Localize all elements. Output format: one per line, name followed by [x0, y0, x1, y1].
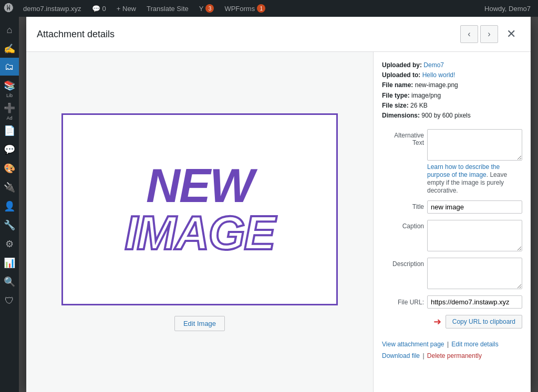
copy-url-button[interactable]: Copy URL to clipboard — [446, 315, 522, 329]
add-icon: ➕ — [0, 99, 19, 117]
comments-count: 0 — [102, 5, 106, 13]
image-new-text: NEW — [146, 162, 253, 209]
yoast-label: Y — [199, 5, 204, 13]
next-attachment-button[interactable]: › — [480, 25, 498, 43]
comments-icon: 💬 — [92, 5, 100, 13]
comments-menu[interactable]: 💬 0 — [89, 0, 109, 17]
analytics-icon: 📊 — [0, 254, 19, 272]
dimensions-row: Dimensions: 900 by 600 pixels — [382, 111, 522, 121]
admin-bar: 🅦 demo7.instawp.xyz 💬 0 + New Translate … — [0, 0, 538, 17]
library-label: Lib — [6, 93, 13, 98]
caption-label: Caption — [382, 220, 424, 230]
main-layout: ⌂ ✍ 🗂 📚 Lib ➕ Ad 📄 💬 🎨 🔌 👤 — [0, 17, 538, 392]
content-area: Attachment details ‹ › ✕ NEW IMAG — [19, 17, 538, 392]
sidebar-item-library[interactable]: 📚 Lib — [0, 77, 19, 98]
modal-navigation: ‹ › — [460, 25, 498, 43]
wp-logo-icon: 🅦 — [4, 3, 14, 14]
yoast-menu[interactable]: Y 3 — [196, 0, 218, 17]
modal-title: Attachment details — [37, 29, 460, 40]
wpforms-menu[interactable]: WPForms 1 — [221, 0, 268, 17]
title-label: Title — [382, 200, 424, 210]
image-panel: NEW IMAGE Edit Image — [26, 52, 373, 392]
caption-input[interactable] — [427, 220, 522, 251]
add-label: Ad — [6, 116, 12, 121]
media-icon: 🗂 — [0, 58, 19, 76]
delete-permanently-link[interactable]: Delete permanently — [427, 352, 482, 359]
sidebar-item-tools[interactable]: 🔧 — [0, 216, 19, 234]
appearance-icon: 🎨 — [0, 160, 19, 177]
modal-body: NEW IMAGE Edit Image Uploaded by: De — [26, 52, 531, 392]
sidebar-item-security[interactable]: 🛡 — [0, 292, 19, 310]
dashboard-icon: ⌂ — [0, 21, 19, 39]
details-panel: Uploaded by: Demo7 Uploaded to: Hello wo… — [373, 52, 531, 392]
title-field: Title — [382, 200, 522, 214]
edit-more-details-link[interactable]: Edit more details — [451, 341, 498, 348]
sidebar-item-dashboard[interactable]: ⌂ — [0, 21, 19, 39]
site-name[interactable]: demo7.instawp.xyz — [20, 0, 85, 17]
security-icon: 🛡 — [0, 292, 19, 310]
library-icon: 📚 — [0, 77, 19, 94]
user-menu[interactable]: Howdy, Demo7 — [481, 0, 534, 17]
file-url-input[interactable] — [427, 295, 522, 309]
settings-icon: ⚙ — [0, 235, 19, 253]
title-control — [427, 200, 522, 214]
new-menu[interactable]: + New — [113, 0, 139, 17]
wpforms-label: WPForms — [224, 5, 255, 13]
yoast-badge: 3 — [205, 4, 214, 13]
modal-header: Attachment details ‹ › ✕ — [26, 17, 531, 52]
file-type-row: File type: image/png — [382, 91, 522, 101]
uploaded-to-link[interactable]: Hello world! — [422, 71, 456, 79]
sidebar-item-media[interactable]: 🗂 — [0, 58, 19, 76]
copy-url-row: ➜ Copy URL to clipboard — [382, 315, 522, 329]
caption-control — [427, 220, 522, 251]
file-size-label: File size: — [382, 102, 409, 109]
alt-text-field: Alternative Text Learn how to describe t… — [382, 129, 522, 194]
uploaded-to-label: Uploaded to: — [382, 71, 420, 79]
sidebar: ⌂ ✍ 🗂 📚 Lib ➕ Ad 📄 💬 🎨 🔌 👤 — [0, 17, 19, 392]
description-input[interactable] — [427, 258, 522, 289]
file-url-row: File URL: — [382, 295, 522, 309]
image-preview: NEW IMAGE — [61, 113, 338, 305]
file-size-row: File size: 26 KB — [382, 101, 522, 111]
sidebar-item-add[interactable]: ➕ Ad — [0, 99, 19, 121]
alt-text-label: Alternative Text — [382, 129, 424, 146]
sidebar-item-analytics[interactable]: 📊 — [0, 254, 19, 272]
sidebar-item-plugins[interactable]: 🔌 — [0, 178, 19, 196]
file-url-label: File URL: — [382, 299, 424, 306]
translate-menu[interactable]: Translate Site — [143, 0, 192, 17]
sidebar-item-pages[interactable]: 📄 — [0, 122, 19, 140]
sidebar-item-search[interactable]: 🔍 — [0, 273, 19, 291]
file-type-label: File type: — [382, 92, 410, 99]
dimensions-label: Dimensions: — [382, 112, 420, 119]
file-type-value: image/png — [411, 92, 441, 99]
alt-text-helper: Learn how to describe the purpose of the… — [427, 163, 522, 194]
sidebar-item-comments[interactable]: 💬 — [0, 141, 19, 158]
download-file-link[interactable]: Download file — [382, 352, 420, 359]
sidebar-item-settings[interactable]: ⚙ — [0, 235, 19, 253]
tools-icon: 🔧 — [0, 216, 19, 234]
sidebar-item-appearance[interactable]: 🎨 — [0, 160, 19, 177]
file-size-value: 26 KB — [410, 102, 428, 109]
comments-sidebar-icon: 💬 — [0, 141, 19, 158]
sidebar-item-users[interactable]: 👤 — [0, 197, 19, 215]
title-input[interactable] — [427, 200, 522, 214]
file-name-value: new-image.png — [415, 81, 458, 89]
uploaded-by-link[interactable]: Demo7 — [423, 61, 444, 69]
attachment-modal: Attachment details ‹ › ✕ NEW IMAG — [26, 17, 531, 392]
alt-text-input[interactable] — [427, 129, 522, 161]
description-field: Description — [382, 258, 522, 289]
arrow-right-icon: ➜ — [433, 316, 441, 327]
view-attachment-link[interactable]: View attachment page — [382, 341, 444, 348]
prev-attachment-button[interactable]: ‹ — [460, 25, 478, 43]
sidebar-item-posts[interactable]: ✍ — [0, 40, 19, 57]
modal-overlay: Attachment details ‹ › ✕ NEW IMAG — [19, 17, 538, 392]
alt-text-control: Learn how to describe the purpose of the… — [427, 129, 522, 194]
edit-image-button[interactable]: Edit Image — [174, 316, 225, 331]
caption-field: Caption — [382, 220, 522, 251]
image-image-text: IMAGE — [125, 209, 274, 257]
image-content: NEW IMAGE — [74, 125, 326, 293]
posts-icon: ✍ — [0, 40, 19, 58]
close-modal-button[interactable]: ✕ — [502, 25, 520, 43]
pages-icon: 📄 — [0, 122, 19, 140]
modal-footer-links: View attachment page | Edit more details… — [382, 339, 522, 362]
